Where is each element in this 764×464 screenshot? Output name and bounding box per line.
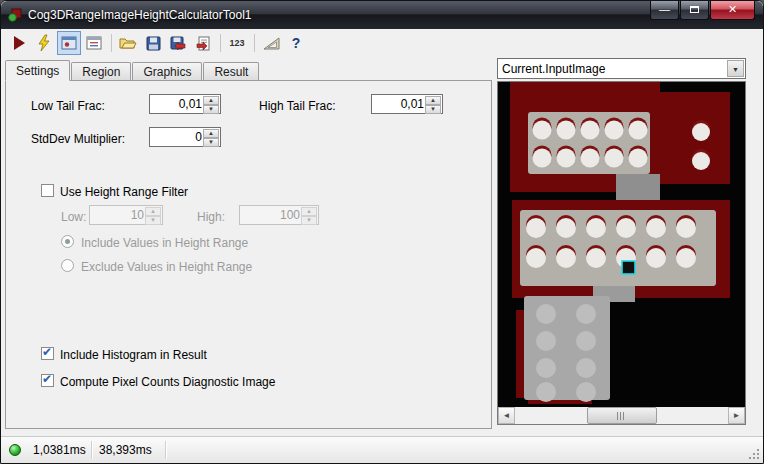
- stddev-multiplier-spinner: 0 ▲▼: [149, 127, 221, 147]
- check-icon: ✔: [42, 372, 52, 386]
- tab-settings[interactable]: Settings: [5, 60, 70, 81]
- status-bar: 1,0381ms 38,393ms: [1, 436, 763, 463]
- run-button[interactable]: [7, 31, 31, 55]
- floppy-arrow-icon: [170, 36, 186, 51]
- minimize-icon: —: [659, 3, 670, 15]
- exclude-values-label: Exclude Values in Height Range: [81, 260, 252, 274]
- status-separator: [91, 441, 92, 459]
- tab-label: Graphics: [143, 65, 191, 79]
- tool-editor-window: Cog3DRangeImageHeightCalculatorTool1 — ✕: [0, 0, 764, 464]
- exclude-values-radio[interactable]: [61, 259, 74, 272]
- toolbar: 123 ?: [1, 29, 763, 57]
- image-source-dropdown[interactable]: Current.InputImage ▼: [497, 58, 746, 79]
- document-import-icon: [196, 36, 211, 51]
- tab-region[interactable]: Region: [71, 62, 131, 81]
- image-source-value: Current.InputImage: [502, 61, 725, 77]
- include-values-radio[interactable]: [61, 235, 74, 248]
- spin-down-icon[interactable]: ▼: [203, 138, 219, 147]
- status-led-icon: [9, 444, 21, 456]
- range-image-display[interactable]: ◄ ►: [497, 81, 746, 425]
- high-tail-frac-input[interactable]: 0,01: [374, 96, 424, 112]
- horizontal-scrollbar: ◄ ►: [498, 407, 745, 424]
- run-icon: [14, 36, 25, 50]
- spin-up-icon[interactable]: ▲: [301, 207, 317, 216]
- window-icon: [86, 36, 102, 50]
- spin-down-icon[interactable]: ▼: [145, 216, 161, 225]
- title-bar[interactable]: Cog3DRangeImageHeightCalculatorTool1 — ✕: [1, 1, 763, 29]
- lightning-icon: [36, 34, 52, 52]
- total-time: 38,393ms: [99, 443, 152, 457]
- scroll-right-icon[interactable]: ►: [728, 407, 745, 424]
- close-button[interactable]: ✕: [710, 1, 755, 20]
- chevron-down-icon[interactable]: ▼: [727, 60, 744, 77]
- compute-pixel-counts-checkbox[interactable]: ✔: [41, 374, 54, 387]
- low-tail-frac-label: Low Tail Frac:: [31, 99, 105, 113]
- spin-up-icon[interactable]: ▲: [203, 129, 219, 138]
- spin-down-icon[interactable]: ▼: [301, 216, 317, 225]
- status-separator: [165, 441, 166, 459]
- range-high-input[interactable]: 100: [242, 207, 300, 223]
- scrollbar-track[interactable]: [515, 407, 728, 424]
- selection-marker: [622, 261, 635, 274]
- measure-button[interactable]: [259, 31, 283, 55]
- include-values-label: Include Values in Height Range: [81, 236, 248, 250]
- spin-up-icon[interactable]: ▲: [425, 96, 441, 105]
- save-results-button[interactable]: [166, 31, 190, 55]
- stddev-multiplier-input[interactable]: 0: [152, 129, 202, 145]
- use-height-range-filter-label: Use Height Range Filter: [60, 185, 188, 199]
- range-low-label: Low:: [61, 210, 86, 224]
- radio-dot-icon: [65, 239, 70, 244]
- tab-label: Region: [82, 65, 120, 79]
- maximize-icon: [690, 6, 699, 13]
- trigger-button[interactable]: [32, 31, 56, 55]
- minimize-button[interactable]: —: [650, 1, 679, 20]
- close-icon: ✕: [728, 3, 737, 15]
- range-low-input[interactable]: 10: [92, 207, 144, 223]
- help-question-icon: ?: [292, 35, 301, 51]
- tab-graphics[interactable]: Graphics: [132, 62, 202, 81]
- toolbar-separator: [254, 34, 255, 52]
- floppy-disk-icon: [146, 36, 161, 51]
- range-high-label: High:: [197, 210, 225, 224]
- spin-down-icon[interactable]: ▼: [425, 105, 441, 114]
- range-image: [498, 82, 745, 407]
- include-histogram-checkbox[interactable]: ✔: [41, 347, 54, 360]
- scrollbar-thumb[interactable]: [587, 407, 657, 424]
- spin-up-icon[interactable]: ▲: [145, 207, 161, 216]
- open-folder-icon: [119, 36, 137, 50]
- set-square-icon: [263, 36, 280, 50]
- execution-time: 1,0381ms: [33, 443, 86, 457]
- spin-up-icon[interactable]: ▲: [203, 96, 219, 105]
- compute-pixel-counts-label: Compute Pixel Counts Diagnostic Image: [60, 375, 275, 389]
- resize-grip[interactable]: [748, 448, 760, 460]
- low-tail-frac-input[interactable]: 0,01: [152, 96, 202, 112]
- toolbar-separator: [220, 34, 221, 52]
- use-height-range-filter-checkbox[interactable]: ✔: [41, 184, 54, 197]
- new-window-button[interactable]: [82, 31, 106, 55]
- scroll-left-icon[interactable]: ◄: [498, 407, 515, 424]
- import-results-button[interactable]: [191, 31, 215, 55]
- spin-down-icon[interactable]: ▼: [203, 105, 219, 114]
- help-button[interactable]: ?: [284, 31, 308, 55]
- include-histogram-label: Include Histogram in Result: [60, 348, 207, 362]
- check-icon: ✔: [42, 345, 52, 359]
- toolbar-separator: [111, 34, 112, 52]
- save-button[interactable]: [141, 31, 165, 55]
- stddev-multiplier-label: StdDev Multiplier:: [31, 132, 125, 146]
- open-file-button[interactable]: [116, 31, 140, 55]
- tab-strip: Settings Region Graphics Result: [5, 60, 260, 81]
- low-tail-frac-spinner: 0,01 ▲▼: [149, 94, 221, 114]
- numeric-precision-button[interactable]: 123: [225, 31, 249, 55]
- range-high-spinner: 100 ▲▼: [239, 205, 319, 225]
- tab-label: Settings: [16, 64, 59, 78]
- high-tail-frac-label: High Tail Frac:: [259, 99, 335, 113]
- tab-result[interactable]: Result: [203, 62, 259, 81]
- display-image-toggle-button[interactable]: [57, 31, 81, 55]
- tab-label: Result: [214, 65, 248, 79]
- maximize-button[interactable]: [680, 1, 709, 20]
- app-icon: [8, 8, 22, 22]
- image-display-icon: [61, 36, 77, 50]
- high-tail-frac-spinner: 0,01 ▲▼: [371, 94, 443, 114]
- numbers-123-icon: 123: [229, 38, 244, 48]
- range-low-spinner: 10 ▲▼: [89, 205, 163, 225]
